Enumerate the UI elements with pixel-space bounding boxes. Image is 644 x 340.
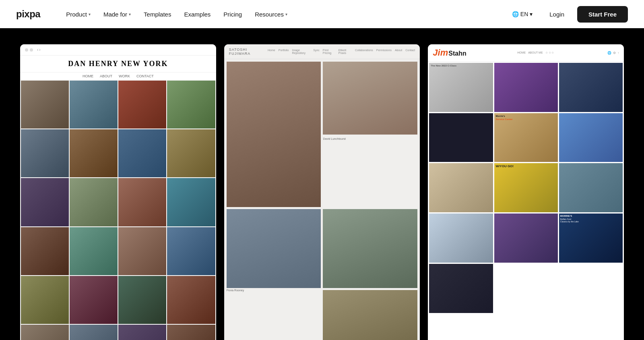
satoshi-photo <box>323 62 417 135</box>
satoshi-photo <box>227 209 321 288</box>
photo-cell <box>21 129 69 177</box>
window-chevrons: ‹ › <box>37 48 41 52</box>
photo-cell <box>118 227 166 275</box>
jim-cell-dark <box>429 113 493 162</box>
dan-henry-photo-grid <box>20 80 216 340</box>
photo-cell <box>167 227 215 275</box>
jim-cell-gymnast <box>494 63 558 112</box>
window-dot <box>30 48 33 52</box>
chevron-down-icon: ▾ <box>129 12 131 17</box>
photo-cell <box>21 81 69 129</box>
satoshi-caption: David Lunchtourst <box>323 137 417 141</box>
jim-cell-car: The New 2022 C-Class <box>429 63 493 112</box>
photo-cell <box>167 276 215 324</box>
jim-photo-grid: The New 2022 C-Class Morrie's Service Ce… <box>428 62 624 314</box>
nav-item-product[interactable]: Product ▾ <box>61 8 95 21</box>
window-dot <box>25 48 28 52</box>
card-dan-header: ‹ › <box>20 44 216 56</box>
photo-cell <box>70 325 118 340</box>
photo-cell <box>167 325 215 340</box>
screenshots-grid: ‹ › DAN HENRY NEW YORK HOME ABOUT WORK C… <box>20 44 624 340</box>
jim-header: Jim Stahn HOME ABOUT ME ☆ ☆ ☆ 🌐 ⚙ ↑ <box>428 44 624 62</box>
chevron-down-icon: ▾ <box>89 12 91 17</box>
satoshi-photo <box>227 62 321 207</box>
jim-logo: Jim Stahn <box>433 48 466 58</box>
satoshi-photo-area: David Lunchtourst Fiona Rooney <box>224 59 420 340</box>
nav-right: 🌐 EN ▾ Login Start Free <box>508 6 628 23</box>
jim-cell-morries: Morrie's Service Center <box>494 113 558 162</box>
dan-henry-nav: HOME ABOUT WORK CONTACT <box>20 73 216 80</box>
jim-cell-display <box>559 163 623 212</box>
chevron-down-icon: ▾ <box>285 12 287 17</box>
satoshi-header: SATOSHI FUJIWARA Home Portfolio Image Re… <box>224 44 420 59</box>
nav-item-templates[interactable]: Templates <box>139 8 176 21</box>
share-icon: ↑ <box>617 51 619 55</box>
photo-cell <box>118 276 166 324</box>
jim-logo-stahn: Stahn <box>448 50 466 57</box>
satoshi-nav: Home Portfolio Image Repository Sync Pri… <box>268 49 415 54</box>
globe-icon: 🌐 <box>512 11 519 17</box>
satoshi-caption: Fiona Rooney <box>227 288 321 292</box>
photo-cell <box>70 276 118 324</box>
settings-icon: ⚙ <box>613 51 616 55</box>
card-dan-henry[interactable]: ‹ › DAN HENRY NEW YORK HOME ABOUT WORK C… <box>20 44 216 340</box>
photo-cell <box>167 178 215 226</box>
jim-cell-notebook <box>429 264 493 313</box>
nav-item-made-for[interactable]: Made for ▾ <box>99 8 136 21</box>
satoshi-brand: SATOSHI FUJIWARA <box>229 48 268 56</box>
chevron-down-icon: ▾ <box>530 11 533 17</box>
card-jim[interactable]: Jim Stahn HOME ABOUT ME ☆ ☆ ☆ 🌐 ⚙ ↑ The … <box>428 44 624 340</box>
nav-item-resources[interactable]: Resources ▾ <box>250 8 292 21</box>
photo-cell <box>21 227 69 275</box>
main-content: ‹ › DAN HENRY NEW YORK HOME ABOUT WORK C… <box>0 28 644 340</box>
photo-cell <box>70 81 118 129</box>
photo-cell <box>167 129 215 177</box>
photo-cell <box>70 129 118 177</box>
card-satoshi[interactable]: SATOSHI FUJIWARA Home Portfolio Image Re… <box>224 44 420 340</box>
nav-links: Product ▾ Made for ▾ Templates Examples … <box>61 8 495 21</box>
back-icon: ‹ <box>37 48 38 52</box>
photo-cell <box>167 81 215 129</box>
jim-nav: HOME ABOUT ME ☆ ☆ ☆ <box>517 51 554 54</box>
jim-cell-colorful <box>559 113 623 162</box>
win-icons: 🌐 ⚙ ↑ <box>607 51 619 55</box>
globe-icon: 🌐 <box>607 51 611 55</box>
nav-item-examples[interactable]: Examples <box>179 8 215 21</box>
jim-cell-car2 <box>429 163 493 212</box>
photo-cell <box>21 178 69 226</box>
photo-cell <box>118 129 166 177</box>
jim-cell-buffalo: MORRIE'S Buffalo Ford Classics by the La… <box>559 214 623 263</box>
photo-cell <box>70 227 118 275</box>
navbar: pixpa Product ▾ Made for ▾ Templates Exa… <box>0 0 644 28</box>
photo-cell <box>21 276 69 324</box>
photo-cell <box>118 325 166 340</box>
logo[interactable]: pixpa <box>16 8 40 20</box>
photo-cell <box>70 178 118 226</box>
photo-cell <box>118 81 166 129</box>
satoshi-photo <box>323 290 417 340</box>
jim-cell-phone <box>559 63 623 112</box>
jim-cell-billboard <box>429 214 493 263</box>
satoshi-photo <box>323 209 417 288</box>
jim-cell-dancer: W/YOU GO! <box>494 163 558 212</box>
forward-icon: › <box>39 48 40 52</box>
jim-logo-jim: Jim <box>433 48 448 58</box>
login-button[interactable]: Login <box>543 8 571 21</box>
nav-item-pricing[interactable]: Pricing <box>219 8 247 21</box>
photo-cell <box>21 325 69 340</box>
window-dots <box>25 48 33 52</box>
dan-henry-title: DAN HENRY NEW YORK <box>20 56 216 73</box>
start-free-button[interactable]: Start Free <box>577 6 628 23</box>
jim-cell-purple <box>494 214 558 263</box>
photo-cell <box>118 178 166 226</box>
language-selector[interactable]: 🌐 EN ▾ <box>508 8 537 20</box>
